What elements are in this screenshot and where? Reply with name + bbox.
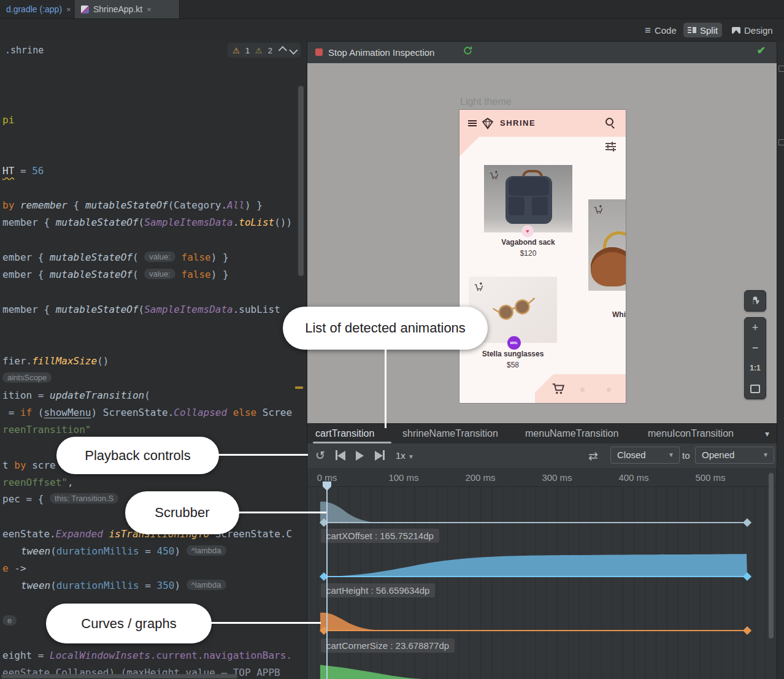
menu-icon[interactable] <box>468 120 477 126</box>
loop-icon[interactable]: ↺ <box>315 449 325 462</box>
build-ok-icon: ✔ <box>757 44 766 57</box>
code-icon: ≡ <box>645 25 651 36</box>
tool-window-icon[interactable] <box>778 139 784 145</box>
hand-icon <box>750 296 760 305</box>
tab-shrineapp[interactable]: ShrineApp.kt × <box>75 0 180 18</box>
shrine-brand: SHRINE <box>500 118 536 128</box>
weak-warning-icon: ⚠ <box>255 46 263 55</box>
value-chip-cartHeight: cartHeight : 56.659634dp <box>321 583 435 597</box>
cart-item-dot <box>580 388 585 392</box>
right-tool-strip[interactable] <box>777 41 784 679</box>
animation-preview-toolbar: Stop Animation Inspection ✔ <box>307 42 777 64</box>
editor-mode-bar: ≡ Code Split Design <box>0 19 784 42</box>
callout-detected-animations: List of detected animations <box>283 307 488 350</box>
cart-sheet[interactable] <box>535 374 626 404</box>
tabs-overflow-chevron-icon[interactable]: ▾ <box>765 429 769 439</box>
to-state-select[interactable]: Opened▼ <box>695 447 774 464</box>
swap-states-icon[interactable]: ⇄ <box>588 449 598 463</box>
curve-row4[interactable] <box>320 665 427 679</box>
ruler-tick-label: 0 ms <box>317 472 337 483</box>
preview-canvas[interactable]: Light theme SHRINE ♥ Vagabon <box>307 63 777 423</box>
design-view-button[interactable]: Design <box>728 23 777 37</box>
fit-screen-icon <box>750 385 760 393</box>
pan-tool-button[interactable] <box>744 290 766 312</box>
add-to-cart-icon[interactable] <box>489 170 499 180</box>
go-to-end-icon[interactable] <box>375 450 385 464</box>
product-price: $58 <box>507 361 519 369</box>
shrine-logo-icon <box>480 116 495 131</box>
editor-horizontal-scrollbar[interactable] <box>1 674 237 678</box>
zoom-to-fit-button[interactable] <box>745 378 766 399</box>
from-state-select[interactable]: Closed▼ <box>610 447 680 464</box>
editor-tab-bar: d.gradle (:app) × ShrineApp.kt × <box>0 0 784 19</box>
scrubber-line[interactable] <box>326 488 328 679</box>
zoom-out-button[interactable]: − <box>745 338 766 358</box>
go-to-start-icon[interactable] <box>336 450 345 464</box>
stop-icon <box>315 48 323 56</box>
zoom-actual-button[interactable]: 1:1 <box>745 358 766 378</box>
tab-label: ShrineApp.kt <box>93 4 142 14</box>
animation-tab-menu-icon[interactable]: menuIconTransition <box>648 428 734 439</box>
editor-scrollbar[interactable] <box>298 86 304 276</box>
shrine-app-preview[interactable]: SHRINE ♥ Vagabond sack $120 <box>459 109 626 404</box>
animation-tab-cart[interactable]: cartTransition <box>315 428 374 439</box>
callout-line <box>238 512 326 513</box>
tab-label: d.gradle (:app) <box>6 4 62 14</box>
play-icon[interactable] <box>356 450 364 464</box>
refresh-icon[interactable] <box>463 45 473 58</box>
curve-cartHeight[interactable] <box>324 554 747 577</box>
close-icon[interactable]: × <box>66 5 71 14</box>
product-name: Stella sunglasses <box>482 350 544 358</box>
heart-badge: ♥ <box>521 225 534 237</box>
animation-timeline[interactable]: 0 ms 100 ms 200 ms 300 ms 400 ms 500 ms … <box>307 468 777 679</box>
ruler-tick-label: 500 ms <box>695 472 725 483</box>
ruler-tick-label: 100 ms <box>388 472 418 483</box>
curve-cartXOffset[interactable] <box>320 502 747 523</box>
playback-speed-select[interactable]: 1x ▼ <box>396 450 414 461</box>
inspection-widget[interactable]: ⚠1 ⚠2 <box>228 43 301 58</box>
timeline-scrollbar[interactable] <box>769 473 774 639</box>
playback-controls-bar: ↺ 1x ▼ ⇄ Closed▼ to Opened▼ <box>307 443 777 469</box>
product-name: Whit <box>612 310 626 319</box>
animation-tabs-bar: cartTransition shrineNameTransition menu… <box>307 423 777 445</box>
callout-line <box>218 454 308 456</box>
split-view-button[interactable]: Split <box>683 23 722 37</box>
animation-tab-menu-name[interactable]: menuNameTransition <box>525 428 618 439</box>
curve-cartCornerSize[interactable] <box>320 613 747 631</box>
zoom-in-button[interactable]: + <box>745 318 766 338</box>
sunglasses-graphic <box>491 294 540 325</box>
warning-icon: ⚠ <box>233 46 240 55</box>
breadcrumb-bar: .shrine ⚠1 ⚠2 <box>0 41 307 59</box>
animation-tab-shrine-name[interactable]: shrineNameTransition <box>402 428 498 439</box>
zoom-controls: + − 1:1 <box>744 317 766 399</box>
close-icon[interactable]: × <box>147 5 152 14</box>
product-name: Vagabond sack <box>501 238 555 247</box>
android-studio-window: d.gradle (:app) × ShrineApp.kt × ≡ Code … <box>0 0 784 679</box>
ruler-tick-label: 300 ms <box>542 472 572 483</box>
cart-icon <box>551 382 565 396</box>
add-to-cart-icon[interactable] <box>474 282 484 292</box>
search-icon[interactable] <box>605 118 613 126</box>
cart-item-dot <box>607 388 611 392</box>
tab-build-gradle[interactable]: d.gradle (:app) × <box>0 0 85 18</box>
callout-curves: Curves / graphs <box>46 604 212 643</box>
design-icon <box>732 27 740 34</box>
code-editor-pane[interactable]: .shrine ⚠1 ⚠2 piHT = 56by remember { mut… <box>0 41 307 679</box>
kotlin-file-icon <box>81 6 89 13</box>
stop-animation-inspection-button[interactable]: Stop Animation Inspection <box>315 46 434 58</box>
prev-issue-icon[interactable] <box>279 46 287 55</box>
callout-line <box>210 622 321 624</box>
breadcrumb[interactable]: .shrine <box>5 45 44 56</box>
preview-theme-label: Light theme <box>460 96 512 107</box>
to-label: to <box>682 450 690 461</box>
add-to-cart-icon[interactable] <box>593 204 604 215</box>
backdrop-corner <box>459 137 479 156</box>
tool-window-icon[interactable] <box>778 66 784 72</box>
code-view-button[interactable]: ≡ Code <box>640 23 681 37</box>
next-issue-icon[interactable] <box>289 46 298 55</box>
callout-line <box>385 348 386 428</box>
value-chip-cartCornerSize: cartCornerSize : 23.678877dp <box>321 639 455 653</box>
callout-playback-controls: Playback controls <box>56 437 219 474</box>
filter-icon[interactable] <box>605 143 616 152</box>
callout-scrubber: Scrubber <box>125 491 239 534</box>
